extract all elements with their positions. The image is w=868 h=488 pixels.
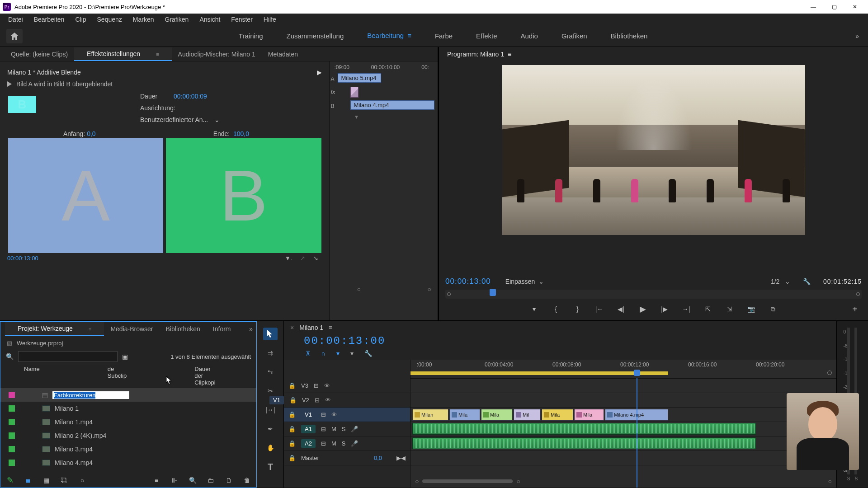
- menu-datei[interactable]: Datei: [3, 14, 28, 25]
- tab-audioclip-mischer[interactable]: Audioclip-Mischer: Milano 1: [172, 48, 262, 61]
- new-bin-icon[interactable]: 🗀: [207, 476, 215, 484]
- mini-clip-a[interactable]: Milano 5.mp4: [338, 73, 381, 83]
- label-chip[interactable]: [9, 405, 15, 412]
- anfang-value[interactable]: 0,0: [87, 130, 95, 137]
- import-icon[interactable]: ↘: [313, 255, 318, 262]
- add-marker-icon[interactable]: ▾: [529, 304, 539, 314]
- mute-icon[interactable]: M: [331, 426, 336, 432]
- workspace-farbe[interactable]: Farbe: [435, 32, 453, 40]
- zoom-handle-left[interactable]: ○: [357, 286, 360, 293]
- track-label[interactable]: V3: [301, 382, 308, 389]
- workspace-bibliotheken[interactable]: Bibliotheken: [611, 32, 648, 40]
- trash-icon[interactable]: 🗑: [243, 476, 251, 484]
- project-row[interactable]: Milano 4.mp4: [0, 456, 256, 469]
- project-row[interactable]: Milano 2 (4K).mp4: [0, 429, 256, 442]
- project-search-input[interactable]: [18, 351, 118, 362]
- hamburger-icon[interactable]: ≡: [148, 49, 165, 60]
- v1-clip[interactable]: Mil: [514, 409, 541, 421]
- effect-bottom-tc[interactable]: 00:00:13:00: [7, 255, 38, 262]
- workspace-effekte[interactable]: Effekte: [476, 32, 497, 40]
- workspace-zusammenstellung[interactable]: Zusammenstellung: [287, 32, 344, 40]
- project-row[interactable]: Milano 1.mp4: [0, 415, 256, 429]
- comp-view-icon[interactable]: ⧉: [768, 304, 778, 314]
- marker-icon[interactable]: ▾: [350, 350, 354, 357]
- workspace-bearbeitung[interactable]: Bearbeitung≡: [367, 32, 411, 40]
- track-label[interactable]: A2: [301, 439, 316, 448]
- project-row[interactable]: Milano 1: [0, 402, 256, 415]
- project-row[interactable]: ▤ Farbkorrekturen: [0, 388, 256, 402]
- menu-bearbeiten[interactable]: Bearbeiten: [28, 14, 70, 25]
- go-to-out-icon[interactable]: →|: [681, 304, 691, 314]
- program-scrubber[interactable]: [445, 290, 862, 299]
- lock-icon[interactable]: 🔒: [288, 382, 296, 389]
- v1-clip[interactable]: Mila: [574, 409, 604, 421]
- close-button[interactable]: ✕: [844, 0, 865, 14]
- lock-icon[interactable]: 🔒: [288, 440, 296, 447]
- extract-icon[interactable]: ⇲: [725, 304, 735, 314]
- timeline-settings-icon[interactable]: [827, 371, 832, 375]
- a1-clip[interactable]: [412, 423, 756, 435]
- tab-bibliotheken[interactable]: Bibliotheken: [160, 323, 207, 335]
- slip-tool[interactable]: |↔|: [263, 404, 278, 416]
- hamburger-icon[interactable]: ≡: [329, 324, 332, 331]
- transition-thumbnail[interactable]: B: [8, 96, 36, 113]
- icon-view-icon[interactable]: ▦: [42, 476, 50, 484]
- add-marker-icon[interactable]: ▾: [336, 350, 340, 357]
- linked-selection-icon[interactable]: ∩: [321, 350, 326, 357]
- sequence-name[interactable]: Milano 1: [299, 324, 323, 331]
- mini-clip-b[interactable]: Milano 4.mp4: [350, 100, 434, 110]
- settings-icon[interactable]: 🔧: [364, 350, 372, 357]
- track-label[interactable]: A1: [301, 425, 316, 433]
- v1-clip[interactable]: Mila: [481, 409, 513, 421]
- minimize-button[interactable]: —: [803, 0, 824, 14]
- step-forward-icon[interactable]: |▶: [660, 304, 670, 314]
- lock-icon[interactable]: 🔒: [288, 455, 296, 461]
- eye-icon[interactable]: 👁: [331, 411, 337, 418]
- solo-icon[interactable]: S: [342, 440, 346, 447]
- maximize-button[interactable]: ▢: [824, 0, 844, 14]
- selection-tool[interactable]: [263, 328, 278, 340]
- record-icon[interactable]: 🎤: [351, 440, 358, 447]
- mark-in-icon[interactable]: {: [551, 304, 561, 314]
- col-subclip[interactable]: de Subclip: [108, 366, 127, 386]
- workspace-training[interactable]: Training: [239, 32, 263, 40]
- workspace-more-button[interactable]: »: [855, 33, 868, 40]
- step-back-icon[interactable]: ◀|: [616, 304, 626, 314]
- hamburger-icon[interactable]: ≡: [407, 32, 411, 39]
- go-to-in-icon[interactable]: |←: [594, 304, 604, 314]
- dauer-value[interactable]: 00:00:00:09: [174, 93, 207, 100]
- sync-lock-icon[interactable]: ⊟: [321, 411, 326, 418]
- filter-icon[interactable]: ▼.: [285, 255, 292, 262]
- sync-lock-icon[interactable]: ⊟: [315, 397, 320, 404]
- playhead[interactable]: [637, 378, 637, 488]
- label-chip[interactable]: [9, 432, 15, 439]
- v1-clip[interactable]: Milan: [412, 409, 448, 421]
- zoom-handle-right[interactable]: ○: [516, 478, 520, 485]
- sync-lock-icon[interactable]: ⊟: [321, 440, 326, 447]
- track-label[interactable]: V1: [301, 410, 316, 419]
- ripple-tool[interactable]: ⇆: [263, 366, 278, 378]
- razor-tool[interactable]: ✂: [263, 385, 278, 397]
- label-chip[interactable]: [9, 392, 15, 398]
- lock-icon[interactable]: 🔒: [288, 426, 296, 432]
- type-tool[interactable]: T: [263, 460, 278, 473]
- lift-icon[interactable]: ⇱: [703, 304, 713, 314]
- menu-fenster[interactable]: Fenster: [226, 14, 258, 25]
- project-row[interactable]: Milano 3.mp4: [0, 442, 256, 456]
- track-select-tool[interactable]: ⇉: [263, 347, 278, 359]
- program-tc-left[interactable]: 00:00:13:00: [445, 277, 491, 286]
- solo-r[interactable]: S: [855, 476, 858, 481]
- zoom-handle-right[interactable]: ○: [428, 286, 431, 293]
- search-icon[interactable]: 🔍: [6, 353, 14, 360]
- new-item-icon[interactable]: 🗋: [225, 476, 233, 484]
- freeform-view-icon[interactable]: ⿻: [60, 476, 68, 484]
- master-value[interactable]: 0,0: [374, 455, 382, 461]
- export-icon[interactable]: ↗: [300, 255, 305, 262]
- label-chip[interactable]: [9, 419, 15, 425]
- workspace-grafiken[interactable]: Grafiken: [561, 32, 587, 40]
- master-label[interactable]: Master: [301, 455, 319, 461]
- workspace-audio[interactable]: Audio: [521, 32, 538, 40]
- playhead-head[interactable]: [634, 370, 640, 376]
- ausrichtung-dropdown[interactable]: Benutzerdefinierter An...⌄: [140, 114, 220, 126]
- camera-icon[interactable]: ▣: [122, 353, 128, 360]
